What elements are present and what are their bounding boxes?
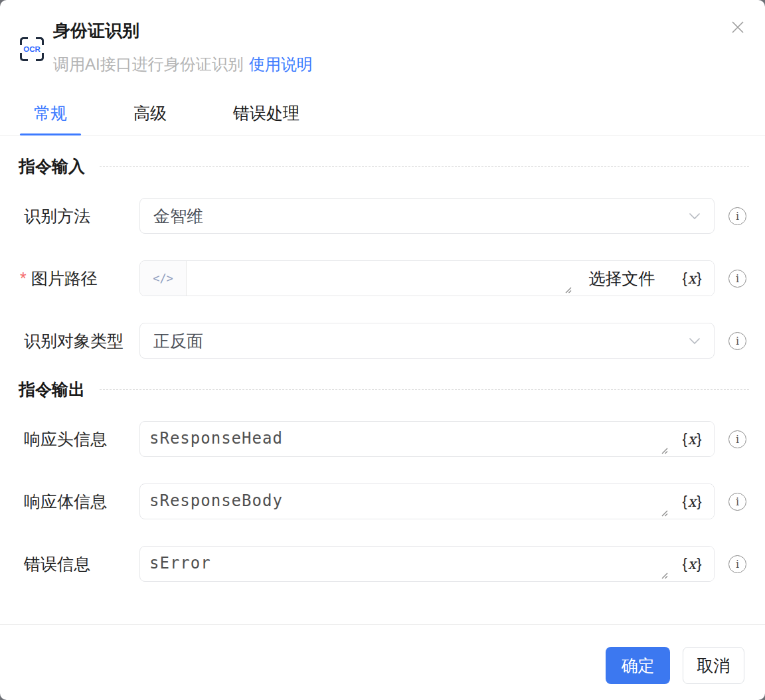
field-row-method: 识别方法 金智维 i [0,198,765,234]
choose-file-button[interactable]: 选择文件 [574,261,670,296]
dialog-footer: 确定 取消 [0,625,765,684]
section-title-output: 指令输出 [19,380,85,398]
response-head-label: 响应头信息 [24,428,107,450]
section-dashed-divider [100,389,749,390]
info-icon[interactable]: i [728,207,746,225]
help-link[interactable]: 使用说明 [249,55,313,73]
field-row-error: 错误信息 sError {x} i [0,546,765,582]
target-type-selected-value: 正反面 [153,330,203,352]
tab-advanced[interactable]: 高级 [120,93,181,135]
close-icon [728,17,748,37]
section-dashed-divider [100,166,749,167]
insert-variable-button[interactable]: {x} [670,484,714,519]
close-button[interactable] [727,17,748,38]
error-input[interactable]: sError [140,547,670,581]
image-path-input[interactable] [187,261,574,296]
response-body-input[interactable]: sResponseBody [140,484,670,519]
recognition-method-select[interactable]: 金智维 [139,198,715,234]
info-icon[interactable]: i [728,555,746,573]
section-header-output: 指令输出 [0,380,765,398]
insert-variable-button[interactable]: {x} [670,422,714,456]
cancel-button[interactable]: 取消 [683,647,744,684]
code-icon: </> [153,272,173,285]
image-path-label: 图片路径 [31,268,98,290]
subtitle-text: 调用AI接口进行身份证识别 [53,55,244,73]
response-body-input-group: sResponseBody {x} [139,483,715,519]
response-body-label: 响应体信息 [24,491,107,513]
idcard-ocr-dialog: OCR 身份证识别 调用AI接口进行身份证识别使用说明 常规 高级 错误处理 指… [0,0,765,700]
target-type-label: 识别对象类型 [24,330,124,352]
info-icon[interactable]: i [728,270,746,288]
field-row-target-type: 识别对象类型 正反面 i [0,323,765,359]
field-row-image-path: * 图片路径 </> 选择文件 {x} i [0,260,765,296]
info-icon[interactable]: i [728,430,746,448]
confirm-button[interactable]: 确定 [606,647,670,684]
expression-mode-button[interactable]: </> [140,261,186,296]
ocr-scan-icon: OCR [20,37,44,61]
required-asterisk: * [20,269,27,288]
error-label: 错误信息 [24,553,90,575]
method-selected-value: 金智维 [153,205,203,227]
dialog-title: 身份证识别 [53,20,313,41]
field-row-response-head: 响应头信息 sResponseHead {x} i [0,421,765,457]
dialog-subtitle: 调用AI接口进行身份证识别使用说明 [53,54,313,74]
tab-bar: 常规 高级 错误处理 [0,93,765,135]
ocr-icon-label: OCR [22,45,42,53]
field-row-response-body: 响应体信息 sResponseBody {x} i [0,483,765,519]
info-icon[interactable]: i [728,332,746,350]
response-head-input-group: sResponseHead {x} [139,421,715,457]
response-head-input[interactable]: sResponseHead [140,422,670,456]
chevron-down-icon [689,337,701,345]
dialog-header: OCR 身份证识别 调用AI接口进行身份证识别使用说明 [0,0,765,74]
section-title-input: 指令输入 [19,157,85,175]
chevron-down-icon [689,213,701,220]
target-type-select[interactable]: 正反面 [139,323,715,359]
tab-general[interactable]: 常规 [20,93,81,135]
image-path-input-group: </> 选择文件 {x} [139,260,715,296]
insert-variable-button[interactable]: {x} [670,547,714,581]
method-label: 识别方法 [24,205,90,227]
tab-error-handling[interactable]: 错误处理 [219,93,313,135]
insert-variable-button[interactable]: {x} [670,261,714,296]
info-icon[interactable]: i [728,493,746,511]
error-input-group: sError {x} [139,546,715,582]
section-header-input: 指令输入 [0,157,765,175]
